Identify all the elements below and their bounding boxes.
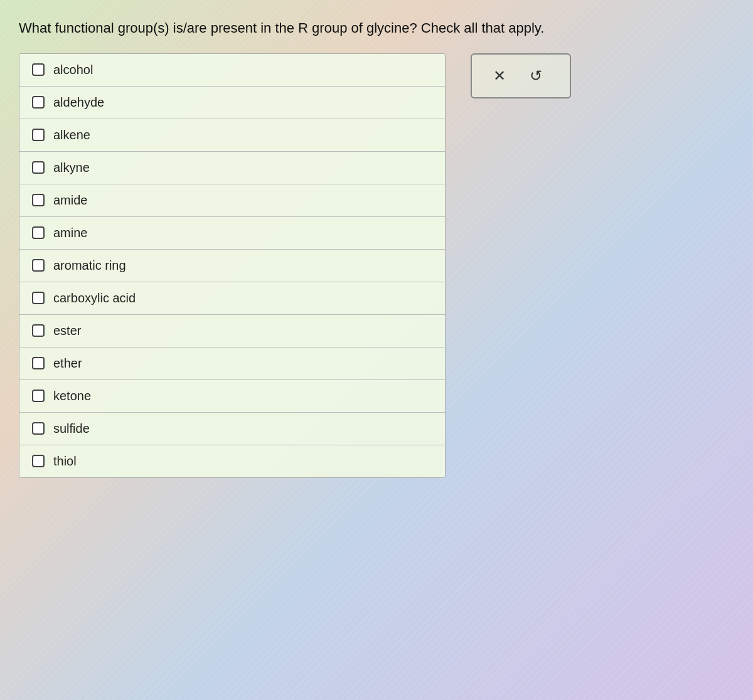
label-ester: ester <box>53 324 81 338</box>
controls-box: ✕ ↺ <box>471 53 571 98</box>
checklist-item-alkyne[interactable]: alkyne <box>19 152 445 184</box>
main-area: alcoholaldehydealkenealkyneamideaminearo… <box>19 53 734 478</box>
label-sulfide: sulfide <box>53 422 90 436</box>
label-ether: ether <box>53 356 82 371</box>
checklist-item-ketone[interactable]: ketone <box>19 380 445 413</box>
checkbox-aromatic-ring[interactable] <box>32 259 45 272</box>
checklist-item-aromatic-ring[interactable]: aromatic ring <box>19 250 445 282</box>
checklist-item-aldehyde[interactable]: aldehyde <box>19 87 445 119</box>
label-amide: amide <box>53 193 87 208</box>
checkbox-sulfide[interactable] <box>32 422 45 435</box>
question-text: What functional group(s) is/are present … <box>19 19 734 38</box>
checklist-item-carboxylic-acid[interactable]: carboxylic acid <box>19 282 445 315</box>
checklist-item-amine[interactable]: amine <box>19 217 445 250</box>
clear-button[interactable]: ✕ <box>491 65 508 87</box>
label-amine: amine <box>53 226 87 240</box>
checklist-box: alcoholaldehydealkenealkyneamideaminearo… <box>19 53 446 478</box>
checkbox-alkyne[interactable] <box>32 161 45 174</box>
checkbox-ester[interactable] <box>32 324 45 337</box>
label-carboxylic-acid: carboxylic acid <box>53 291 136 305</box>
checkbox-thiol[interactable] <box>32 455 45 467</box>
checklist-item-amide[interactable]: amide <box>19 184 445 217</box>
checkbox-ketone[interactable] <box>32 390 45 402</box>
label-alkyne: alkyne <box>53 161 90 175</box>
label-aldehyde: aldehyde <box>53 95 104 110</box>
checklist-item-ether[interactable]: ether <box>19 347 445 380</box>
label-thiol: thiol <box>53 454 77 469</box>
checkbox-carboxylic-acid[interactable] <box>32 292 45 304</box>
checkbox-amide[interactable] <box>32 194 45 206</box>
label-ketone: ketone <box>53 389 91 403</box>
checkbox-amine[interactable] <box>32 226 45 239</box>
label-alkene: alkene <box>53 128 90 142</box>
checkbox-alkene[interactable] <box>32 129 45 141</box>
checkbox-aldehyde[interactable] <box>32 96 45 109</box>
checkbox-ether[interactable] <box>32 357 45 369</box>
checklist-item-alcohol[interactable]: alcohol <box>19 54 445 87</box>
checklist-item-thiol[interactable]: thiol <box>19 445 445 477</box>
label-aromatic-ring: aromatic ring <box>53 258 126 273</box>
undo-button[interactable]: ↺ <box>527 65 545 87</box>
label-alcohol: alcohol <box>53 63 93 77</box>
checklist-item-sulfide[interactable]: sulfide <box>19 413 445 445</box>
checkbox-alcohol[interactable] <box>32 63 45 76</box>
checklist-item-alkene[interactable]: alkene <box>19 119 445 152</box>
checklist-item-ester[interactable]: ester <box>19 315 445 347</box>
